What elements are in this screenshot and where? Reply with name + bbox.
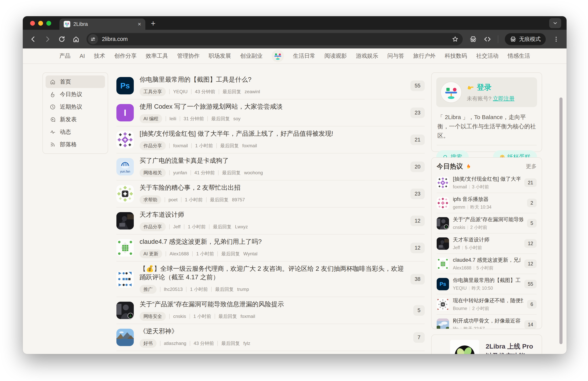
hot-item[interactable]: 现在中转站好像还不错，随便找了... Bourne2 小时前 6 bbox=[437, 294, 537, 314]
post-title[interactable]: 你电脑里最常用的【截图】工具是什么? bbox=[140, 75, 405, 84]
post-tag[interactable]: 作品分享 bbox=[140, 222, 166, 231]
post-row[interactable]: 冰 两天用 workbuddy vibe coding 了一个药品库存网页 AI… bbox=[116, 351, 425, 354]
login-link[interactable]: 登录 bbox=[477, 83, 491, 92]
home-button[interactable] bbox=[72, 35, 80, 43]
bookmark-star-icon[interactable] bbox=[452, 36, 459, 42]
post-title[interactable]: 天才车道设计师 bbox=[140, 210, 405, 219]
post-row[interactable]: 《逆天邪神》 好书 atlaszhang 43 分钟前 最后回复 fylz 7 bbox=[116, 324, 425, 351]
nav-item[interactable]: 科技数码 bbox=[445, 52, 467, 60]
nav-item[interactable]: 产品 bbox=[59, 52, 70, 60]
register-link[interactable]: 立即注册 bbox=[493, 96, 514, 102]
nav-item[interactable]: 管理协作 bbox=[177, 52, 200, 60]
post-tag[interactable]: AI 更新 bbox=[140, 249, 162, 258]
minimize-window-button[interactable] bbox=[38, 21, 43, 26]
post-tag[interactable]: 作品分享 bbox=[140, 141, 166, 150]
last-reply-user[interactable]: trump bbox=[237, 287, 249, 292]
nav-item[interactable]: 社交活动 bbox=[476, 52, 499, 60]
post-title[interactable]: 《逆天邪神》 bbox=[140, 327, 407, 336]
post-row[interactable]: Ps 你电脑里最常用的【截图】工具是什么? 工具分享 YEQIU 43 分钟前 … bbox=[116, 72, 425, 99]
post-title[interactable]: 买了广电的流量卡真是卡成狗了 bbox=[140, 156, 405, 165]
post-tag[interactable]: 网络相关 bbox=[140, 168, 166, 177]
nav-item[interactable]: 生活日常 bbox=[293, 52, 315, 60]
reload-button[interactable] bbox=[58, 35, 66, 43]
devtools-button[interactable] bbox=[483, 35, 491, 43]
hot-item-title[interactable]: ipfs 音乐播放器 bbox=[453, 196, 523, 203]
nav-item[interactable]: 阅读观影 bbox=[324, 52, 347, 60]
last-reply-user[interactable]: 89757 bbox=[232, 197, 245, 202]
post-tag[interactable]: 网络安全 bbox=[140, 312, 166, 321]
site-settings-button[interactable] bbox=[88, 34, 98, 44]
hot-item-title[interactable]: claude4.7 感觉这波更新，兄弟们... bbox=[453, 256, 521, 263]
hot-item-author[interactable]: foxmail bbox=[453, 184, 467, 190]
site-logo[interactable] bbox=[272, 50, 284, 62]
last-reply-user[interactable]: foxmail bbox=[242, 143, 257, 148]
sidebar-item-home[interactable]: 首页 bbox=[45, 75, 105, 88]
nav-item[interactable]: 游戏娱乐 bbox=[356, 52, 378, 60]
incognito-toolbar-icon[interactable] bbox=[469, 35, 477, 43]
nav-item[interactable]: 问与答 bbox=[387, 52, 404, 60]
hot-item[interactable]: Ps 你电脑里最常用的【截图】工具是... YEQIU昨天 10:50 55 bbox=[437, 274, 537, 294]
tab-close-icon[interactable]: × bbox=[138, 21, 141, 27]
promo-title[interactable]: 2Libra 上线 Pro 以及推广功能 bbox=[486, 341, 536, 354]
post-author[interactable]: Jeff bbox=[173, 224, 181, 230]
post-author[interactable]: Alex1688 bbox=[169, 251, 189, 256]
nav-item[interactable]: 旅行户外 bbox=[413, 52, 436, 60]
new-tab-button[interactable]: + bbox=[151, 19, 156, 28]
post-tag[interactable]: 工具分享 bbox=[140, 87, 166, 96]
sidebar-item-activity[interactable]: 动态 bbox=[45, 126, 105, 138]
post-title[interactable]: [抽奖/支付现金红包] 做了大半年，产品派上线了，好产品值得被发现! bbox=[140, 129, 405, 138]
tab-search-button[interactable] bbox=[549, 18, 561, 28]
hot-item-title[interactable]: 现在中转站好像还不错，随便找了... bbox=[453, 297, 523, 304]
hot-item-author[interactable]: YEQIU bbox=[453, 286, 467, 291]
hot-item-title[interactable]: 你电脑里最常用的【截图】工具是... bbox=[453, 277, 521, 284]
browser-menu-button[interactable] bbox=[552, 35, 560, 43]
hot-item-author[interactable]: gemm bbox=[453, 205, 465, 210]
nav-item[interactable]: 创作分享 bbox=[114, 52, 137, 60]
post-author[interactable]: lhc20513 bbox=[164, 287, 183, 292]
back-button[interactable] bbox=[29, 35, 37, 43]
post-title[interactable]: 关于车险的糟心事，2 友帮忙出出招 bbox=[140, 183, 405, 192]
hot-item-author[interactable]: cnskis bbox=[453, 225, 465, 230]
last-reply-user[interactable]: fylz bbox=[243, 341, 250, 346]
last-reply-user[interactable]: soy bbox=[233, 116, 240, 121]
address-bar[interactable]: 2libra.com bbox=[86, 33, 463, 45]
post-author[interactable]: yunfan bbox=[173, 170, 187, 175]
post-title[interactable]: 【💰】全球一级云服务代理商，欢迎广大 2 友咨询。评论区给 2 友们抽两杯咖啡当… bbox=[140, 264, 405, 281]
nav-item[interactable]: 创业副业 bbox=[240, 52, 263, 60]
post-author[interactable]: poet bbox=[168, 197, 178, 202]
sidebar-item-new-posts[interactable]: 新发表 bbox=[45, 113, 105, 126]
post-row[interactable]: 【💰】全球一级云服务代理商，欢迎广大 2 友咨询。评论区给 2 友们抽两杯咖啡当… bbox=[116, 261, 425, 297]
hot-item[interactable]: 关于“产品派”存在漏洞可能导致信... cnskis2 小时前 5 bbox=[437, 213, 537, 233]
nav-item[interactable]: 效率工具 bbox=[146, 52, 168, 60]
nav-item[interactable]: AI bbox=[80, 53, 85, 59]
post-row[interactable]: 关于“产品派”存在漏洞可能导致信息泄漏的风险提示 网络安全 cnskis 1 小… bbox=[116, 297, 425, 324]
page-scrollbar[interactable] bbox=[559, 97, 563, 344]
post-row[interactable]: claude4.7 感觉这波更新，兄弟们用上了吗? AI 更新 Alex1688… bbox=[116, 234, 425, 261]
post-row[interactable]: I 使用 Codex 写了一个旅游规划网站，大家尝尝咸淡 AI 编程 leili… bbox=[116, 99, 425, 126]
hot-item-author[interactable]: Jeff bbox=[453, 245, 460, 250]
forward-button[interactable] bbox=[44, 35, 51, 43]
post-author[interactable]: leili bbox=[169, 116, 176, 121]
hot-item-title[interactable]: 天才车道设计师 bbox=[453, 236, 521, 243]
post-title[interactable]: 关于“产品派”存在漏洞可能导致信息泄漏的风险提示 bbox=[140, 300, 407, 308]
hot-item-author[interactable]: Alex1688 bbox=[453, 265, 471, 271]
hot-item[interactable]: claude4.7 感觉这波更新，兄弟们... Alex16885 小时前 12 bbox=[437, 254, 537, 274]
last-reply-user[interactable]: Lwxyz bbox=[235, 224, 248, 230]
post-title[interactable]: 使用 Codex 写了一个旅游规划网站，大家尝尝咸淡 bbox=[140, 102, 405, 111]
nav-item[interactable]: 情感生活 bbox=[508, 52, 530, 60]
post-author[interactable]: foxmail bbox=[173, 143, 188, 148]
hot-item[interactable]: [抽奖/支付现金红包] 做了大半年，... foxmail3 小时前 21 bbox=[437, 173, 537, 193]
post-tag[interactable]: 求帮助 bbox=[140, 195, 161, 204]
promo-card[interactable]: 2Libra 上线 Pro 以及推广功能 bbox=[431, 335, 542, 354]
post-title[interactable]: claude4.7 感觉这波更新，兄弟们用上了吗? bbox=[140, 237, 405, 246]
more-link[interactable]: 更多 bbox=[526, 163, 537, 170]
last-reply-user[interactable]: foxmail bbox=[241, 314, 255, 319]
zoom-window-button[interactable] bbox=[46, 21, 51, 26]
last-reply-user[interactable]: woohong bbox=[244, 170, 263, 175]
sidebar-item-recent-hot[interactable]: 近期热议 bbox=[45, 101, 105, 113]
post-author[interactable]: atlaszhang bbox=[164, 341, 186, 346]
post-tag[interactable]: AI 编程 bbox=[140, 114, 162, 123]
hot-item[interactable]: 天才车道设计师 Jeff5 小时前 12 bbox=[437, 233, 537, 254]
last-reply-user[interactable]: zeawinl bbox=[245, 89, 260, 94]
close-window-button[interactable] bbox=[30, 21, 35, 26]
